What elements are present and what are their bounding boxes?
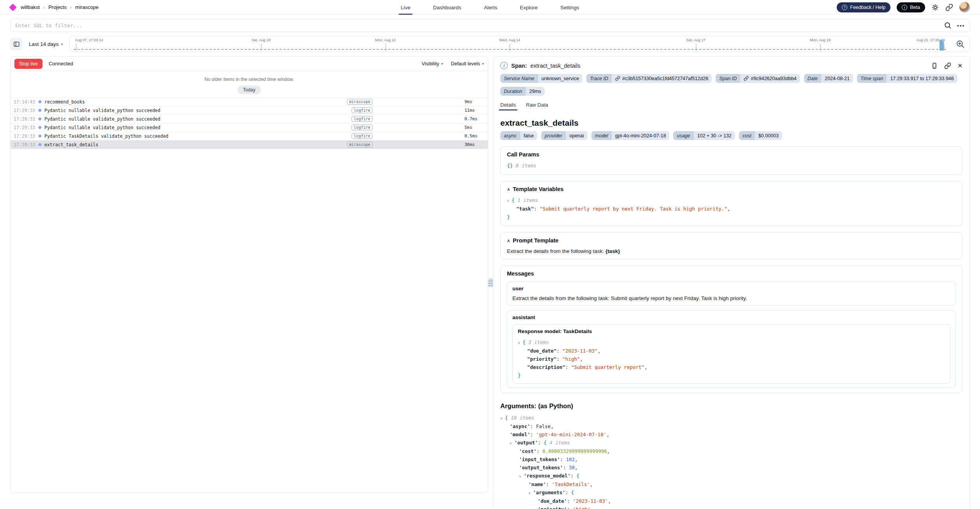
messages-card: Messages user Extract the details from t… [500,265,962,393]
timeline-dashed-line [74,49,946,50]
sql-filter-placeholder: Enter SQL to filter... [15,23,944,28]
timeline-strip[interactable]: Aug 07, 17:26:14Sat, Aug 10Mon, Aug 12We… [69,36,970,52]
search-icon[interactable] [944,21,952,29]
span-title-name: extract_task_details [530,63,580,69]
badge-value[interactable]: #9c942620aa93dbb4 [740,74,800,83]
row-span-name: Pydantic nullable validate_python succee… [44,116,352,122]
row-scope-tag: logfire [352,133,373,139]
zoom-in-icon[interactable] [955,39,965,49]
nav-tabs: LiveDashboardsAlertsExploreSettings [401,0,579,15]
badge-model: modelgpt-4o-mini-2024-07-18 [591,131,670,140]
question-circle-icon: ? [842,5,847,10]
share-link-icon[interactable] [945,4,953,11]
collapse-chevron-icon[interactable]: ∨ [510,439,514,447]
trace-row-pydantic-nullable-validate-python-succee[interactable]: 17:29:33Pydantic nullable validate_pytho… [11,114,488,123]
template-variables-title: Template Variables [513,186,563,192]
more-options-icon[interactable]: ••• [957,23,965,28]
badge-value: 29ms [526,87,545,96]
span-panel-header: i Span: extract_task_details ✕ [500,62,962,69]
tree-line: 'name': 'TaskDetails', [500,480,962,488]
badge-label: usage [673,131,693,140]
breadcrumb-org[interactable]: willbakst [21,4,40,10]
trace-row-recommend-books[interactable]: 17:14:43recommend_booksmirascope9ms [11,97,488,106]
timeline-row: Last 14 days ▾ Aug 07, 17:26:14Sat, Aug … [10,36,970,52]
tab-explore[interactable]: Explore [520,0,538,15]
close-icon[interactable]: ✕ [957,63,962,68]
open-panel-icon[interactable] [931,62,938,69]
badge-value[interactable]: #c3b5157330ea5c1fd4572747af512d26 [612,74,712,83]
selection-handle[interactable] [942,39,945,42]
feedback-help-button[interactable]: ? Feedback / Help [837,2,890,12]
prompt-template-text: Extract the details from the following t… [507,248,605,254]
collapse-chevron-icon[interactable]: ∨ [507,197,512,205]
span-heading: extract_task_details [500,118,962,128]
row-duration-label: 5ms [464,125,485,130]
row-timestamp: 17:14:43 [14,99,38,105]
tab-settings[interactable]: Settings [560,0,579,15]
badge-label: provider [541,131,566,140]
tree-line: 'priority': 'high', [500,505,962,509]
breadcrumb-projects[interactable]: Projects [48,4,67,10]
tab-alerts[interactable]: Alerts [484,0,498,15]
tree-line: ∨'output': { 4 items [500,439,962,447]
detail-tab-raw-data[interactable]: Raw Data [526,102,548,111]
response-model-card: Response model: TaskDetails ∨{ 3 items"d… [512,324,950,384]
tree-line: "priority": "high", [518,355,945,363]
collapse-caret-icon[interactable]: ∧ [507,238,510,243]
filter-row: Enter SQL to filter... ••• [10,19,970,32]
row-scope-tag: mirascope [347,142,373,147]
badge-date: Date2024-08-21 [804,74,853,83]
default-levels-label: Default levels [451,61,480,67]
sidebar-toggle-button[interactable] [10,38,23,50]
default-levels-dropdown[interactable]: Default levels ▾ [451,61,484,67]
badge-service-name: Service Nameunknown_service [500,74,582,83]
tree-line: "task": "Submit quarterly report by next… [507,205,956,213]
call-params-tree: {} 0 items [507,161,956,170]
tree-line: ∨'arguments': { [500,488,962,497]
beta-button[interactable]: i Beta [897,2,925,12]
empty-window-message: No older items in the selected time wind… [11,77,488,82]
resize-grip-handle[interactable] [488,279,493,287]
tree-line: 'async': False, [500,422,962,430]
breadcrumb-project[interactable]: mirascope [75,4,99,10]
trace-row-pydantic-nullable-validate-python-succee[interactable]: 17:29:33Pydantic nullable validate_pytho… [11,106,488,114]
stop-live-button[interactable]: Stop live [14,59,42,69]
sql-filter-input[interactable]: Enter SQL to filter... ••• [10,19,970,32]
tab-dashboards[interactable]: Dashboards [433,0,461,15]
copy-link-icon[interactable] [944,62,951,69]
collapse-chevron-icon[interactable]: ∨ [500,414,505,422]
collapse-caret-icon[interactable]: ∧ [507,187,510,192]
span-meta-badges: Service Nameunknown_serviceTrace ID#c3b5… [500,74,962,96]
time-range-dropdown[interactable]: Last 14 days ▾ [26,41,65,47]
collapse-chevron-icon[interactable]: ∨ [518,339,523,347]
badge-value: unknown_service [538,74,583,83]
detail-tab-details[interactable]: Details [500,102,516,111]
collapse-chevron-icon[interactable]: ∨ [528,489,533,497]
badge-label: cost [739,131,755,140]
badge-label: Time span [857,74,887,83]
main-split: Stop live Connected Visibility ▾ Default… [10,56,970,507]
user-avatar[interactable] [959,2,970,12]
badge-value: $0.00003 [755,131,782,140]
tab-live[interactable]: Live [401,0,410,15]
tree-line: "due_date": "2023-11-03", [518,347,945,355]
logo-diamond-icon[interactable] [9,4,17,11]
prompt-template-title: Prompt Template [513,237,558,244]
span-panel: i Span: extract_task_details ✕ Servic [493,56,970,509]
beta-label: Beta [910,5,920,10]
visibility-dropdown[interactable]: Visibility ▾ [422,61,443,67]
time-range-label: Last 14 days [29,41,59,47]
theme-brightness-icon[interactable] [931,4,939,11]
timeline-tick: Mon, Aug 12 [375,38,396,42]
trace-row-pydantic-taskdetails-validate-python-suc[interactable]: 17:29:33Pydantic TaskDetails validate_py… [11,132,488,140]
span-title-label: Span: [511,63,527,69]
breadcrumb: willbakst › Projects › mirascope [10,4,99,10]
collapse-chevron-icon[interactable]: ∨ [519,472,524,480]
tree-line: "description": "Submit quarterly report"… [518,363,945,371]
trace-row-pydantic-nullable-validate-python-succee[interactable]: 17:29:33Pydantic nullable validate_pytho… [11,123,488,132]
timeline-selection[interactable] [940,40,944,51]
badge-time-span: Time span17:29:33.917 to 17:29:33.946 [857,74,957,83]
trace-row-extract-task-details[interactable]: 17:29:33extract_task_detailsmirascope30m… [11,140,488,149]
arguments-title: Arguments: (as Python) [500,402,962,410]
badge-label: Service Name [500,74,538,83]
